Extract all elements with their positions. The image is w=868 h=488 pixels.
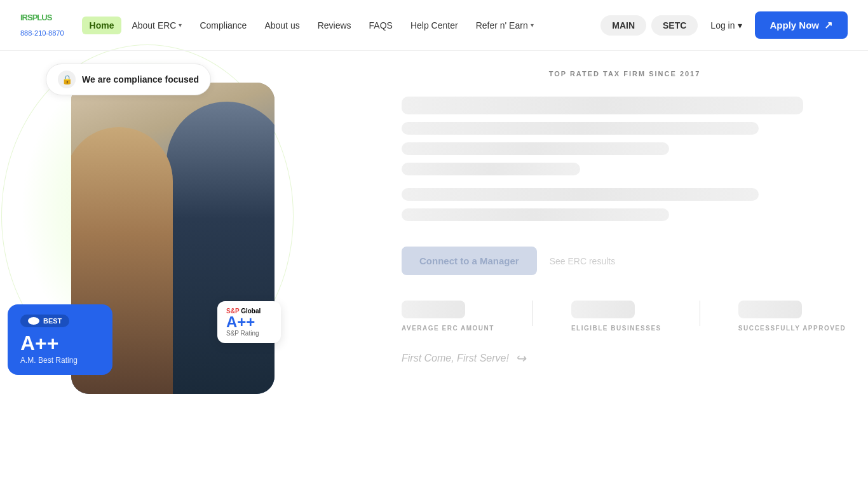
sp-sub: S&P Rating [226, 330, 272, 337]
stats-row: AVERAGE ERC AMOUNT ELIGIBLE BUSINESSES S… [402, 301, 848, 332]
stat-value-1 [402, 301, 465, 318]
stat-label-3: SUCCESSFULLY APPROVED [738, 325, 846, 332]
top-rated-text: TOP RATED TAX FIRM SINCE 2017 [402, 70, 848, 78]
stat-value-3 [738, 301, 802, 318]
first-come-banner: First Come, First Serve! ↪ [402, 351, 848, 366]
nav-item-help-center[interactable]: Help Center [403, 17, 466, 34]
chevron-down-icon-2: ▾ [531, 22, 534, 29]
person-right [166, 102, 275, 394]
logo-text: IRSPLUS [20, 13, 51, 28]
phone-mockup: BEST A++ A.M. Best Rating S&P Global A++… [71, 83, 275, 394]
logo[interactable]: IRSPLUS 888-210-8870 [20, 13, 64, 37]
stat-label-2: ELIGIBLE BUSINESSES [571, 325, 661, 332]
arrow-curved-icon: ↪ [515, 351, 526, 366]
stat-separator-2 [700, 301, 700, 326]
best-badge: BEST [20, 315, 69, 327]
main-content: 🔒 We are compliance focused BEST A+ [0, 64, 868, 394]
hero-line-4 [402, 163, 580, 175]
nav-links: Home About ERC ▾ Compliance About us Rev… [82, 17, 601, 34]
hero-line-2 [402, 122, 759, 135]
sp-grade: A++ [226, 315, 272, 330]
stat-label-1: AVERAGE ERC AMOUNT [402, 325, 494, 332]
hero-line-3 [402, 142, 669, 155]
compliance-badge: 🔒 We are compliance focused [46, 64, 211, 95]
stat-erc-amount: AVERAGE ERC AMOUNT [402, 301, 494, 332]
nav-item-faqs[interactable]: FAQS [362, 17, 400, 34]
logo-phone[interactable]: 888-210-8870 [20, 29, 64, 37]
hero-line-6 [402, 208, 669, 221]
best-oval-icon [28, 317, 39, 325]
chevron-down-icon-3: ▾ [738, 20, 742, 30]
logo-plus: PLUS [32, 13, 52, 22]
best-label: BEST [43, 317, 62, 325]
hero-line-1 [402, 97, 803, 114]
nav-item-refer[interactable]: Refer n' Earn ▾ [468, 17, 541, 34]
nav-right: MAIN SETC Log in ▾ Apply Now ↗ [600, 11, 848, 39]
arrow-icon: ↗ [824, 19, 832, 31]
setc-button[interactable]: SETC [651, 15, 698, 36]
right-section: TOP RATED TAX FIRM SINCE 2017 Connect to… [402, 64, 848, 394]
stat-separator-1 [532, 301, 533, 326]
am-best-rating-card: BEST A++ A.M. Best Rating [8, 304, 112, 375]
nav-item-compliance[interactable]: Compliance [192, 17, 254, 34]
nav-item-about-erc[interactable]: About ERC ▾ [124, 17, 189, 34]
sp-global-badge: S&P Global A++ S&P Rating [217, 301, 281, 343]
compliance-text: We are compliance focused [82, 74, 199, 85]
main-button[interactable]: MAIN [600, 15, 646, 36]
nav-item-reviews[interactable]: Reviews [310, 17, 359, 34]
hero-text-area [402, 97, 848, 221]
login-button[interactable]: Log in ▾ [703, 15, 749, 36]
am-best-grade: A++ [20, 332, 100, 355]
cta-row: Connect to a Manager See ERC results [402, 247, 848, 275]
nav-item-about-us[interactable]: About us [257, 17, 307, 34]
nav-item-home[interactable]: Home [82, 17, 122, 34]
stat-approved: SUCCESSFULLY APPROVED [738, 301, 846, 332]
navigation: IRSPLUS 888-210-8870 Home About ERC ▾ Co… [0, 0, 868, 51]
stat-value-2 [571, 301, 635, 318]
lock-icon: 🔒 [58, 71, 76, 88]
chevron-down-icon: ▾ [179, 22, 182, 29]
first-come-text: First Come, First Serve! [402, 353, 509, 364]
hero-line-5 [402, 188, 759, 201]
connect-manager-button[interactable]: Connect to a Manager [402, 247, 537, 275]
apply-now-button[interactable]: Apply Now ↗ [755, 11, 848, 39]
am-best-label: A.M. Best Rating [20, 356, 100, 365]
logo-main: IRS [20, 13, 32, 22]
cta-secondary-text: See ERC results [550, 256, 615, 266]
left-section: 🔒 We are compliance focused BEST A+ [20, 64, 376, 394]
stat-eligible-businesses: ELIGIBLE BUSINESSES [571, 301, 661, 332]
